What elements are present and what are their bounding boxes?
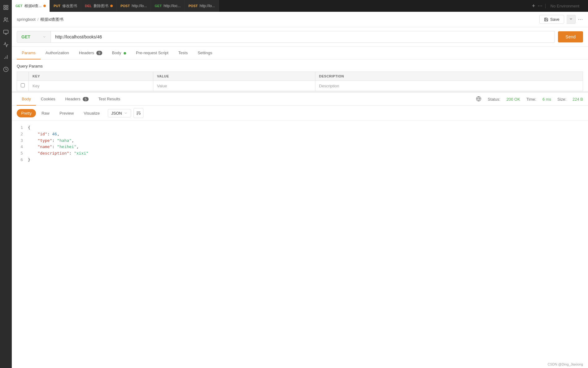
send-button[interactable]: Send xyxy=(558,31,583,42)
method-value: GET xyxy=(21,34,30,39)
key-cell[interactable]: Key xyxy=(29,81,153,91)
format-value: JSON xyxy=(111,111,122,116)
tab-get-id[interactable]: GET 根据id查... xyxy=(12,0,50,12)
description-column-header: DESCRIPTION xyxy=(315,72,583,81)
row-checkbox[interactable] xyxy=(17,81,29,91)
time-value: 6 ms xyxy=(542,97,551,102)
query-params-section: Query Params KEY VALUE DESCRIPTION Key V… xyxy=(12,59,588,91)
tab-method-5: GET xyxy=(155,4,162,8)
team-icon[interactable] xyxy=(1,15,11,25)
more-tabs-button[interactable]: ··· xyxy=(538,3,542,9)
tab-label-2: 修改图书 xyxy=(62,3,77,9)
tab-method-1: GET xyxy=(15,4,23,8)
line-num-1: 1 xyxy=(17,125,23,131)
response-headers-label: Headers xyxy=(65,97,81,101)
format-raw[interactable]: Raw xyxy=(37,109,54,117)
authorization-tab-label: Authorization xyxy=(46,50,69,55)
breadcrumb-separator: / xyxy=(37,17,39,22)
response-area: Body Cookies Headers 5 Test Results Stat… xyxy=(12,91,588,368)
response-tab-test-results[interactable]: Test Results xyxy=(94,93,125,106)
tab-tests[interactable]: Tests xyxy=(173,47,193,59)
tab-body[interactable]: Body xyxy=(107,47,131,59)
tab-pre-request[interactable]: Pre-request Script xyxy=(131,47,173,59)
title-more-button[interactable]: ··· xyxy=(578,17,583,22)
add-tab-button[interactable]: + xyxy=(532,3,535,9)
collections-icon[interactable] xyxy=(1,2,11,12)
visualize-label: Visualize xyxy=(84,111,100,116)
tab-params[interactable]: Params xyxy=(17,47,41,59)
table-row: Key Value Description xyxy=(17,81,583,91)
response-tab-cookies[interactable]: Cookies xyxy=(36,93,60,106)
breadcrumb-current: 根据id查图书 xyxy=(40,17,64,22)
response-test-results-label: Test Results xyxy=(99,97,121,101)
size-label: Size: xyxy=(557,97,566,102)
globe-icon[interactable] xyxy=(476,96,481,103)
wrap-icon xyxy=(136,111,141,116)
response-tabs-bar: Body Cookies Headers 5 Test Results Stat… xyxy=(12,93,588,106)
tab-method-6: POST xyxy=(188,4,198,8)
save-button[interactable]: Save xyxy=(539,15,564,24)
headers-badge: 9 xyxy=(96,51,102,55)
title-actions: Save ··· xyxy=(539,15,583,24)
body-tab-label: Body xyxy=(112,50,121,55)
code-line-5: 5 "description": "xixi" xyxy=(17,150,583,157)
format-preview[interactable]: Preview xyxy=(55,109,78,117)
code-content-4: "name": "heihei", xyxy=(28,144,583,150)
raw-label: Raw xyxy=(42,111,50,116)
key-column-header: KEY xyxy=(29,72,153,81)
tests-tab-label: Tests xyxy=(178,50,188,55)
api-icon[interactable] xyxy=(1,40,11,50)
code-content-1: { xyxy=(28,125,583,131)
code-content-6: } xyxy=(28,157,583,163)
history-icon[interactable] xyxy=(1,27,11,37)
code-line-4: 4 "name": "heihei", xyxy=(17,144,583,150)
tab-settings[interactable]: Settings xyxy=(193,47,217,59)
tab-headers[interactable]: Headers 9 xyxy=(74,47,107,59)
status-value: 200 OK xyxy=(507,97,520,102)
value-column-header: VALUE xyxy=(153,72,315,81)
breadcrumb-collection[interactable]: springboot xyxy=(17,17,36,22)
environment-selector[interactable]: No Environment xyxy=(545,4,584,8)
monitor-icon[interactable] xyxy=(1,52,11,62)
tab-get-2[interactable]: GET http://loc... xyxy=(151,0,185,12)
code-line-3: 3 "type": "haha", xyxy=(17,138,583,144)
line-num-2: 2 xyxy=(17,131,23,138)
tab-post-2[interactable]: POST http://lo... xyxy=(185,0,219,12)
row-checkbox-input[interactable] xyxy=(21,83,25,87)
clock-icon[interactable] xyxy=(1,64,11,74)
environment-label: No Environment xyxy=(551,4,579,8)
value-cell[interactable]: Value xyxy=(153,81,315,91)
tab-method-2: PUT xyxy=(54,4,60,8)
description-cell[interactable]: Description xyxy=(315,81,583,91)
format-selector[interactable]: JSON xyxy=(108,109,131,117)
settings-tab-label: Settings xyxy=(198,50,212,55)
url-input[interactable] xyxy=(51,31,555,43)
title-bar: springboot / 根据id查图书 Save ··· xyxy=(12,12,588,27)
tab-dot-1 xyxy=(43,5,46,7)
method-selector[interactable]: GET xyxy=(17,31,51,43)
code-content-3: "type": "haha", xyxy=(28,138,583,144)
response-tab-headers[interactable]: Headers 5 xyxy=(60,93,94,106)
tab-label-5: http://loc... xyxy=(164,4,181,8)
code-line-1: 1 { xyxy=(17,125,583,131)
tab-put[interactable]: PUT 修改图书 xyxy=(50,0,81,12)
response-tab-body[interactable]: Body xyxy=(17,93,36,106)
time-label: Time: xyxy=(526,97,536,102)
tab-authorization[interactable]: Authorization xyxy=(41,47,74,59)
footer-text: CSDN @Ding_Jiaxiong xyxy=(548,362,583,366)
request-line: GET Send xyxy=(12,27,588,47)
pre-request-tab-label: Pre-request Script xyxy=(136,50,169,55)
line-num-5: 5 xyxy=(17,150,23,157)
format-pretty[interactable]: Pretty xyxy=(17,109,36,117)
line-num-4: 4 xyxy=(17,144,23,150)
save-dropdown-button[interactable] xyxy=(567,15,576,24)
wrap-toggle-button[interactable] xyxy=(134,108,143,118)
tab-post-1[interactable]: POST http://lo... xyxy=(117,0,151,12)
status-label: Status: xyxy=(488,97,500,102)
params-tab-label: Params xyxy=(22,50,36,55)
save-label: Save xyxy=(550,17,559,22)
format-visualize[interactable]: Visualize xyxy=(79,109,104,117)
tab-delete[interactable]: DEL 删除图书 xyxy=(81,0,117,12)
tab-actions: + ··· No Environment xyxy=(528,0,588,12)
tab-method-4: POST xyxy=(121,4,130,8)
